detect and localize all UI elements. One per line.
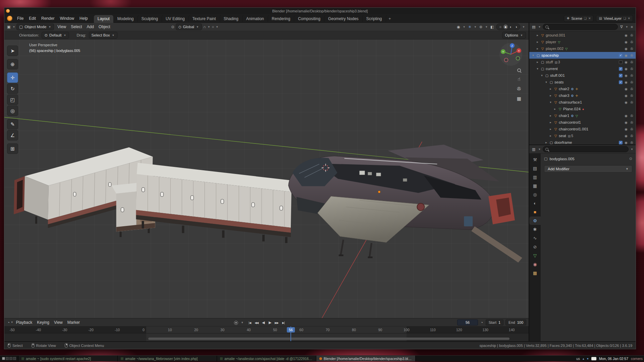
timeline-menu-view[interactable]: View (52, 319, 65, 326)
eye-icon[interactable]: ◉ (624, 114, 628, 118)
eye-icon[interactable]: ◉ (624, 94, 628, 98)
outliner-row-player[interactable]: ▸▽player▽◉✇ (529, 39, 636, 45)
pivot-point-icon[interactable]: ⊙ (171, 25, 175, 29)
navigation-gizmo[interactable]: Y Z X (498, 42, 523, 66)
new-view-layer-button[interactable]: ❏ (623, 17, 626, 20)
camera-icon[interactable]: ✇ (630, 80, 634, 84)
properties-tab-world[interactable]: ◐ (529, 199, 541, 207)
eye-icon[interactable]: ◉ (624, 60, 628, 64)
orientation-dropdown[interactable]: ◇ Global ▼ (176, 23, 202, 30)
camera-icon[interactable]: ✇ (630, 121, 634, 124)
visibility-eye-icon[interactable]: ◉ (456, 25, 461, 29)
window-titlebar[interactable]: Blender [/home/amalie/Desktop/blender/sp… (4, 8, 636, 14)
viewport-menu-add[interactable]: Add (84, 23, 96, 30)
timeline-menu-marker[interactable]: Marker (65, 319, 82, 326)
zoom-icon[interactable] (517, 68, 521, 72)
viewport-menu-select[interactable]: Select (68, 23, 84, 30)
collapse-icon[interactable]: ▾ (539, 74, 544, 77)
camera-icon[interactable]: ✇ (630, 87, 634, 91)
menu-render[interactable]: Render (39, 15, 57, 22)
outliner-row-plane-024[interactable]: ▸▽Plane.024● (529, 106, 636, 112)
filter-caret-icon[interactable]: ▼ (625, 25, 629, 28)
properties-tab-view-layer[interactable]: ▦ (529, 182, 541, 190)
properties-tab-render[interactable]: ▤ (529, 164, 541, 173)
properties-tab-modifiers[interactable]: ⚙ (529, 217, 541, 225)
collapse-icon[interactable]: ▾ (531, 54, 536, 57)
outliner-row-spaceship[interactable]: ▾▢spaceship✓◉✇ (529, 52, 636, 59)
outliner-row-chair2[interactable]: ▸▽chair2⚙✛◉✇ (529, 85, 636, 92)
eye-icon[interactable]: ◉ (624, 134, 628, 138)
outliner-row-stuff[interactable]: ▸▢stuff3◉✇ (529, 59, 636, 65)
tool-move-button[interactable]: ✛ (7, 72, 18, 83)
expand-icon[interactable]: ▸ (544, 141, 549, 144)
pager-workspace[interactable] (6, 357, 9, 360)
timeline-menu-keying[interactable]: Keying (35, 319, 52, 326)
timeline-editor-caret-icon[interactable]: ▼ (10, 321, 14, 324)
camera-icon[interactable]: ✇ (630, 40, 634, 44)
outliner-editor-icon[interactable]: ▤ (531, 25, 536, 29)
timeline-playhead[interactable]: 56 (290, 326, 291, 341)
properties-tab-texture[interactable]: ▩ (529, 269, 541, 277)
frame-start-field[interactable]: Start 1 (486, 319, 503, 325)
camera-icon[interactable]: ✇ (630, 101, 634, 104)
gizmo-negative-x-axis[interactable] (504, 58, 508, 62)
visibility-caret-icon[interactable]: ▼ (463, 25, 466, 28)
shading-caret-icon[interactable]: ▼ (522, 25, 525, 28)
workspace-tab-rendering[interactable]: Rendering (268, 15, 294, 23)
viewport-menu-view[interactable]: View (55, 23, 68, 30)
timeline-menu-playback[interactable]: Playback (14, 319, 35, 326)
snap-caret-icon[interactable]: ▼ (207, 25, 211, 28)
ortho-grid-icon[interactable]: ▦ (517, 96, 521, 101)
outliner-row-seats[interactable]: ▾▢seats✓◉✇ (529, 79, 636, 85)
outliner-search-input[interactable] (543, 24, 618, 30)
workspace-tab-texture-paint[interactable]: Texture Paint (189, 15, 220, 23)
workspace-tab-modeling[interactable]: Modeling (113, 15, 138, 23)
eye-icon[interactable]: ◉ (624, 67, 628, 71)
timeline-scrollbar[interactable] (148, 338, 509, 340)
outliner-row-chairsurface1[interactable]: ▾▽chairsurface1◉✇ (529, 99, 636, 106)
eye-icon[interactable]: ◉ (624, 87, 628, 91)
outliner-row-chair3[interactable]: ▸▽chair3⚙✛◉✇ (529, 92, 636, 99)
current-frame-field[interactable]: 56 (457, 319, 478, 325)
expand-icon[interactable]: ▸ (548, 114, 553, 117)
camera-icon[interactable]: ✇ (630, 54, 634, 57)
viewport-canvas[interactable]: User Perspective (56) spaceship | bodygl… (4, 40, 529, 318)
use-preview-range-icon[interactable]: ◔ (480, 320, 484, 324)
menu-file[interactable]: File (14, 15, 26, 22)
expand-icon[interactable]: ▸ (548, 94, 553, 97)
outliner-row-chair1[interactable]: ▸▽chair1⚙▽◉✇ (529, 112, 636, 119)
camera-icon[interactable]: ✇ (630, 94, 634, 98)
pan-hand-icon[interactable]: ☝ (518, 76, 521, 82)
camera-icon[interactable]: ✇ (630, 34, 634, 37)
orientation-setting-dropdown[interactable]: ⊙ Default ▼ (42, 32, 69, 39)
pin-icon[interactable]: ⊙ (629, 157, 632, 161)
shading-wireframe-icon[interactable]: ○ (498, 24, 502, 29)
workspace-tab-uv-editing[interactable]: UV Editing (162, 15, 189, 23)
prev-keyframe-button[interactable]: ◀◀ (253, 320, 260, 326)
play-button[interactable]: ▶ (267, 320, 273, 326)
options-dropdown[interactable]: Options ▼ (502, 32, 526, 39)
expand-icon[interactable]: ▸ (548, 87, 553, 90)
eye-icon[interactable]: ◉ (624, 54, 628, 57)
pager-workspace[interactable] (13, 357, 16, 360)
outliner-row-player-002[interactable]: ▸▽player.002▽◉✇ (529, 45, 636, 52)
workspace-tab-compositing[interactable]: Compositing (294, 15, 324, 23)
expand-icon[interactable]: ▸ (548, 127, 553, 131)
menu-edit[interactable]: Edit (26, 15, 39, 22)
exclude-checkbox-icon[interactable]: ✓ (619, 141, 623, 144)
camera-icon[interactable]: ✇ (630, 60, 634, 64)
camera-icon[interactable]: ✇ (630, 127, 634, 131)
properties-tab-particles[interactable]: ✱ (529, 225, 541, 234)
tool-transform-button[interactable]: ◎ (7, 106, 18, 116)
exclude-checkbox-icon[interactable]: ✓ (619, 54, 623, 57)
expand-icon[interactable]: ▸ (535, 34, 540, 37)
exclude-checkbox-icon[interactable] (619, 60, 623, 64)
auto-keying-caret-icon[interactable]: ▼ (240, 321, 244, 324)
play-reverse-button[interactable]: ◀ (260, 320, 266, 326)
jump-to-start-button[interactable]: |◀ (247, 320, 253, 326)
camera-icon[interactable]: ✇ (630, 47, 634, 51)
tool-measure-button[interactable]: ∠ (7, 130, 18, 140)
overlays-icon[interactable]: ⊚ (479, 25, 483, 29)
properties-tab-constraints[interactable]: ⊘ (529, 243, 541, 251)
tray-app-icon[interactable]: ● (587, 357, 589, 360)
